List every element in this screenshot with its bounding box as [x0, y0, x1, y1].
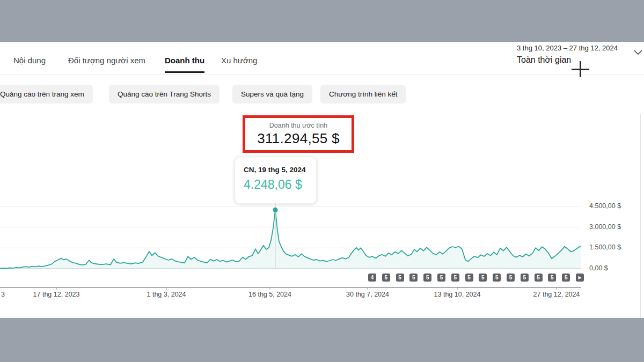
y-axis-label: 1.500,00 $: [589, 243, 632, 251]
chip-supers-gifts[interactable]: Supers và quà tặng: [232, 85, 312, 104]
video-marker-badge[interactable]: 5: [479, 274, 487, 282]
x-axis-label: 3: [1, 291, 5, 298]
video-marker-badge[interactable]: 5: [465, 274, 473, 282]
video-marker-badge[interactable]: 5: [493, 274, 501, 282]
x-axis-label: 27 thg 12, 2024: [533, 291, 580, 298]
chart-card-top-border: [0, 114, 640, 114]
video-marker-badge[interactable]: 5: [451, 274, 459, 282]
video-marker-badge[interactable]: 5: [548, 274, 556, 282]
top-gray-band: [0, 0, 644, 42]
video-marker-badge[interactable]: 5: [507, 274, 515, 282]
chip-affiliate-program[interactable]: Chương trình liên kết: [320, 85, 406, 104]
app-window: Nội dung Đối tượng người xem Doanh thu X…: [0, 0, 644, 362]
tab-doi-tuong-nguoi-xem[interactable]: Đối tượng người xem: [68, 56, 145, 65]
x-axis-label: 1 thg 3, 2024: [147, 291, 186, 298]
x-axis-label: 17 thg 12, 2023: [33, 291, 80, 298]
tab-xu-huong[interactable]: Xu hướng: [221, 56, 257, 65]
video-marker-badge[interactable]: 5: [409, 274, 418, 282]
chevron-down-icon[interactable]: [634, 50, 642, 55]
video-marker-badge[interactable]: 5: [535, 274, 543, 282]
video-marker-badge[interactable]: 5: [521, 274, 529, 282]
x-axis-label: 16 thg 5, 2024: [248, 291, 291, 298]
marker-next-arrow[interactable]: ▶: [576, 274, 584, 282]
y-axis-label: 4.500,00 $: [589, 202, 632, 210]
video-marker-badge[interactable]: 4: [368, 274, 376, 282]
video-marker-badge[interactable]: 5: [437, 274, 445, 282]
tab-doanh-thu[interactable]: Doanh thu: [165, 56, 204, 65]
y-axis-label: 0,00 $: [589, 264, 632, 272]
revenue-area-fill: [0, 210, 581, 269]
y-axis-label: 3.000,00 $: [589, 223, 632, 231]
crosshair-cursor: [580, 61, 581, 77]
highlighted-data-point[interactable]: [273, 208, 277, 212]
video-marker-badge[interactable]: 5: [396, 274, 404, 282]
tab-noi-dung[interactable]: Nội dung: [13, 56, 46, 65]
video-marker-badge[interactable]: 5: [423, 274, 431, 282]
chip-ads-watch-page[interactable]: Quảng cáo trên trang xem: [0, 85, 93, 104]
date-range-text: 3 thg 10, 2023 – 27 thg 12, 2024: [517, 44, 630, 52]
x-axis-label: 30 thg 7, 2024: [346, 291, 389, 298]
revenue-area-chart[interactable]: [0, 177, 644, 290]
tooltip-date: CN, 19 thg 5, 2024: [244, 166, 316, 174]
video-marker-badge[interactable]: 5: [562, 274, 570, 282]
metric-value: 311.294,55 $: [245, 130, 352, 147]
bottom-gray-band: [0, 318, 644, 362]
chip-ads-shorts-page[interactable]: Quảng cáo trên Trang Shorts: [109, 85, 219, 104]
period-label: Toàn thời gian: [517, 55, 630, 65]
date-range-selector[interactable]: 3 thg 10, 2023 – 27 thg 12, 2024 Toàn th…: [517, 44, 630, 65]
x-axis-label: 13 thg 10, 2024: [434, 291, 481, 298]
video-marker-badge[interactable]: 5: [382, 274, 390, 282]
metric-label: Doanh thu ước tính: [245, 122, 352, 129]
estimated-revenue-highlight-box: Doanh thu ước tính 311.294,55 $: [243, 115, 354, 153]
